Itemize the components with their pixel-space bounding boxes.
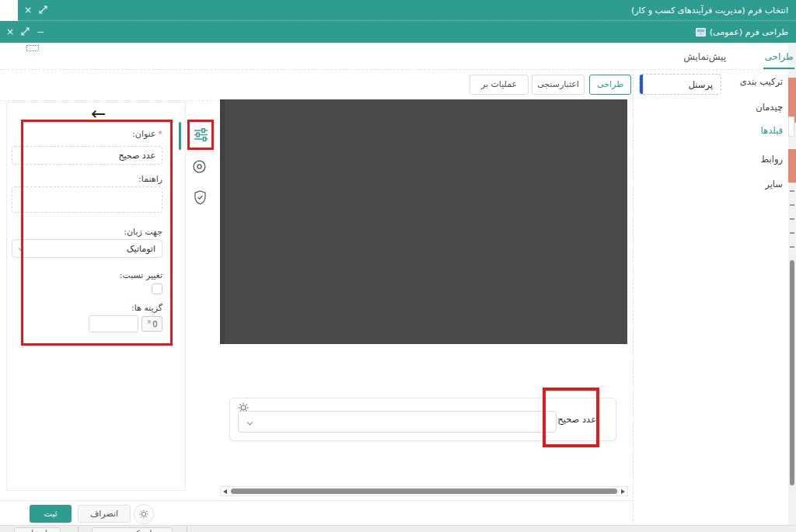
form-window-icon: [696, 28, 706, 37]
sidebar-divider: [633, 70, 634, 525]
clipped-text-fragment: [790, 204, 794, 206]
select-form-titlebar: × انتخاب فرم (مدیریت فرآیندهای کسب و کار…: [18, 0, 796, 21]
palette-item-label: پرسنل: [689, 75, 713, 94]
options-label: گزینه ها:: [131, 303, 162, 313]
maximize-icon[interactable]: [39, 5, 47, 16]
back-arrow-icon[interactable]: ←: [91, 103, 106, 124]
designer-tab-validation[interactable]: اعتبارسنجی: [532, 75, 585, 95]
remove-icon[interactable]: ×: [146, 318, 152, 325]
scroll-left-icon[interactable]: [223, 489, 227, 494]
background-window-edge: [788, 43, 796, 532]
close-icon[interactable]: ×: [24, 5, 32, 15]
chevron-down-icon: [106, 529, 112, 532]
clipped-text-fragment: [790, 246, 794, 248]
maximize-icon[interactable]: [21, 27, 30, 37]
required-asterisk: *: [159, 129, 163, 139]
change-ratio-label: تغییر نسبت:: [120, 270, 162, 280]
clipped-salmon-badge: [788, 149, 796, 183]
guide-textarea[interactable]: [12, 186, 162, 213]
active-tool-indicator: [179, 122, 181, 150]
sidebar-item-other[interactable]: سایر: [765, 179, 783, 190]
title-field-label: *عنوان:: [132, 129, 162, 139]
minimize-icon[interactable]: −: [37, 27, 44, 37]
chevron-down-icon: [18, 244, 24, 254]
options-count-chip[interactable]: ×0: [141, 316, 162, 332]
scrollbar-thumb[interactable]: [231, 489, 617, 494]
tab-preview[interactable]: پیش‌نمایش: [687, 47, 726, 69]
shield-check-icon[interactable]: [194, 190, 207, 205]
settings-gear-button[interactable]: [134, 504, 154, 524]
sliders-icon[interactable]: [194, 127, 208, 142]
field-preview-card[interactable]: عدد صحیح:: [229, 398, 616, 441]
options-row: ×0: [89, 315, 162, 332]
guide-field-label: راهنما:: [138, 174, 162, 184]
design-form-titlebar: × − طراحی فرم (عمومی): [0, 21, 796, 43]
publish-button[interactable]: انتشار: [14, 527, 61, 532]
language-direction-select[interactable]: اتوماتیک: [12, 239, 162, 258]
design-canvas[interactable]: [220, 99, 627, 344]
tab-design[interactable]: طراحی: [763, 47, 794, 69]
field-properties-panel: ← *عنوان: عدد صحیح راهنما: جهت زبان: اتو…: [6, 102, 186, 491]
preview-field-label: عدد صحیح:: [554, 414, 596, 425]
footer-separator: [78, 527, 79, 532]
clipped-field-fragment: [788, 116, 794, 137]
close-icon[interactable]: ×: [6, 27, 14, 37]
drag-handle: [640, 75, 643, 94]
sidebar-item-composition[interactable]: ترکیب بندی: [740, 76, 783, 87]
clipped-text-fragment: [790, 232, 794, 234]
chevron-down-icon: [246, 415, 253, 429]
change-ratio-checkbox[interactable]: [152, 283, 162, 294]
sidebar-item-fields[interactable]: فیلدها: [761, 125, 783, 136]
scroll-right-icon[interactable]: [621, 489, 625, 494]
clipped-text-fragment: [790, 190, 794, 192]
clipped-text-fragment: [790, 218, 794, 220]
option-input[interactable]: [89, 315, 138, 332]
title-input[interactable]: عدد صحیح: [12, 146, 162, 165]
sidebar-item-relations[interactable]: روابط: [761, 154, 783, 165]
sidebar-item-layout[interactable]: چیدمان: [756, 102, 783, 113]
export-label: صادر کردن: [123, 529, 159, 532]
canvas-horizontal-scrollbar[interactable]: [220, 486, 628, 496]
canvas-edge-shade: [220, 99, 225, 344]
clipped-selection-fragment: [26, 45, 39, 51]
select-form-title: انتخاب فرم (مدیریت فرآیندهای کسب و کار): [631, 0, 788, 20]
export-dropdown[interactable]: صادر کردن: [92, 527, 173, 532]
background-vertical-scrollbar[interactable]: [790, 260, 794, 485]
language-direction-label: جهت زبان:: [124, 227, 162, 237]
background-window-footer: انتشار صادر کردن: [0, 525, 796, 532]
cancel-button[interactable]: انصراف: [78, 505, 131, 523]
designer-footer: ثبت انصراف: [0, 500, 633, 525]
eye-icon[interactable]: [192, 159, 207, 174]
designer-tab-design[interactable]: طراحی: [589, 75, 631, 95]
tabs-divider: [0, 69, 796, 70]
app-root: × انتخاب فرم (مدیریت فرآیندهای کسب و کار…: [0, 0, 796, 532]
design-form-title: طراحی فرم (عمومی): [710, 27, 788, 37]
palette-item-personnel[interactable]: پرسنل: [639, 74, 721, 95]
preview-field-select[interactable]: [238, 411, 557, 433]
footer-separator: [187, 527, 187, 532]
submit-button[interactable]: ثبت: [30, 505, 72, 523]
designer-tab-event-operations[interactable]: عملیات بر رخداد: [470, 75, 529, 95]
